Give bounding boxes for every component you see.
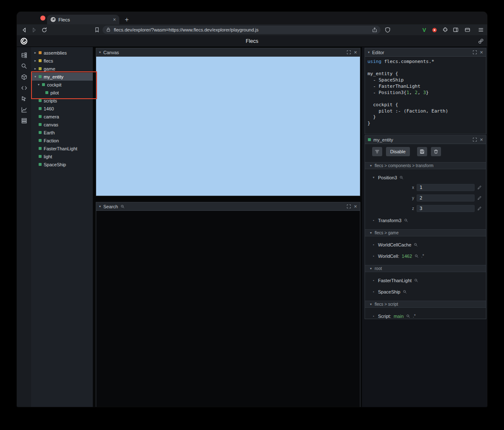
- inspector-sections: ▾flecs > components > transform▾Position…: [365, 162, 486, 319]
- code-editor[interactable]: using flecs.components.* my_entity { - S…: [365, 57, 486, 129]
- tree-item-1460[interactable]: 1460: [31, 105, 93, 113]
- pencil-icon[interactable]: [477, 185, 482, 190]
- component-row-worldcell[interactable]: •WorldCell: 1462.*: [365, 253, 486, 259]
- chevron-right-icon[interactable]: ▸: [34, 67, 39, 71]
- tree-item-light[interactable]: light: [31, 152, 93, 160]
- chevron-down-icon[interactable]: ▾: [368, 50, 370, 54]
- fullscreen-icon[interactable]: [472, 137, 477, 142]
- close-icon[interactable]: ×: [354, 204, 357, 209]
- component-row-transform3[interactable]: •Transform3: [365, 217, 486, 223]
- url-text[interactable]: flecs.dev/explorer/?wasm=https://www.fle…: [114, 27, 369, 32]
- extension-v-icon[interactable]: V: [421, 26, 428, 33]
- delete-button[interactable]: [431, 147, 441, 156]
- inspector-panel: my_entity × Disable ▾flecs > components …: [365, 135, 486, 319]
- bookmark-icon[interactable]: [94, 27, 100, 33]
- query-icon[interactable]: [404, 218, 408, 223]
- tree-item-cockpit[interactable]: ▾cockpit: [31, 81, 93, 89]
- tree-item-scripts[interactable]: scripts: [31, 97, 93, 105]
- bullet-icon: •: [372, 254, 375, 258]
- chevron-down-icon[interactable]: ▾: [34, 75, 39, 79]
- position3-z-input[interactable]: [417, 205, 475, 212]
- tree-item-flecs[interactable]: ▸flecs: [31, 57, 93, 65]
- query-icon[interactable]: [415, 254, 419, 258]
- fullscreen-icon[interactable]: [472, 50, 477, 55]
- extensions-puzzle-icon[interactable]: [442, 27, 448, 33]
- link-icon[interactable]: [478, 38, 484, 44]
- share-icon[interactable]: [372, 27, 377, 32]
- query-icon[interactable]: [403, 290, 407, 294]
- chevron-down-icon[interactable]: ▾: [38, 83, 42, 87]
- fullscreen-icon[interactable]: [346, 50, 351, 55]
- tree-item-label: canvas: [44, 122, 58, 127]
- query-icon[interactable]: [414, 278, 418, 283]
- section-header[interactable]: ▾root: [365, 265, 486, 272]
- component-value: 1462: [402, 254, 412, 259]
- inspector-panel-header: my_entity ×: [365, 136, 486, 144]
- record-extension-icon[interactable]: [432, 27, 437, 33]
- position3-y-input[interactable]: [417, 194, 475, 202]
- browser-tab[interactable]: Flecs ×: [47, 15, 119, 24]
- sidebar-toggle-icon[interactable]: [453, 27, 459, 33]
- component-row-position3[interactable]: ▾Position3: [365, 174, 486, 181]
- tree-item-FasterThanLight[interactable]: FasterThanLight: [31, 144, 93, 152]
- fullscreen-icon[interactable]: [346, 204, 351, 209]
- tree-item-camera[interactable]: camera: [31, 113, 93, 121]
- tab-close-icon[interactable]: ×: [113, 17, 116, 23]
- bullet-icon: •: [372, 218, 375, 222]
- chevron-down-icon[interactable]: ▾: [99, 205, 101, 208]
- position3-x-input[interactable]: [417, 184, 475, 191]
- browser-window: Flecs × + flecs.dev/explorer/?wasm=https…: [17, 12, 487, 407]
- tree-item-assemblies[interactable]: ▸assemblies: [31, 49, 93, 57]
- close-window-button[interactable]: [40, 16, 45, 21]
- filter-button[interactable]: [372, 147, 382, 156]
- new-tab-button[interactable]: +: [122, 15, 132, 24]
- component-name: WorldCell:: [378, 254, 399, 259]
- section-header[interactable]: ▾flecs > script: [365, 301, 486, 308]
- rail-stats-button[interactable]: [17, 104, 31, 115]
- tree-item-game[interactable]: ▸game: [31, 65, 93, 73]
- back-icon[interactable]: [21, 27, 27, 33]
- rail-memory-button[interactable]: [17, 115, 31, 126]
- forward-icon[interactable]: [31, 27, 37, 33]
- tree-item-my_entity[interactable]: ▾my_entity: [31, 73, 93, 81]
- chevron-right-icon[interactable]: ▸: [34, 51, 39, 55]
- tree-item-canvas[interactable]: canvas: [31, 121, 93, 128]
- tree-item-Earth[interactable]: Earth: [31, 128, 93, 136]
- chevron-down-icon[interactable]: ▾: [99, 50, 101, 54]
- wallet-icon[interactable]: [465, 27, 470, 33]
- save-button[interactable]: [417, 147, 427, 156]
- pencil-icon[interactable]: [477, 196, 482, 200]
- component-row-script[interactable]: •Script: main.*: [365, 313, 486, 319]
- component-row-worldcellcache[interactable]: •WorldCellCache: [365, 241, 486, 248]
- section-header[interactable]: ▾flecs > game: [365, 229, 486, 236]
- disable-button[interactable]: Disable: [386, 147, 410, 156]
- query-icon[interactable]: [399, 176, 404, 180]
- section-header[interactable]: ▾flecs > components > transform: [365, 162, 486, 169]
- code-line: cockpit {: [368, 102, 483, 108]
- close-icon[interactable]: ×: [480, 50, 483, 55]
- close-icon[interactable]: ×: [354, 50, 357, 55]
- tree-item-SpaceShip[interactable]: SpaceShip: [31, 160, 93, 168]
- rail-search-button[interactable]: [17, 60, 31, 71]
- tab-title: Flecs: [58, 17, 110, 22]
- query-icon[interactable]: [406, 314, 410, 318]
- close-icon[interactable]: ×: [480, 137, 483, 142]
- chevron-right-icon[interactable]: ▸: [34, 59, 39, 63]
- field-row-y: y: [365, 194, 486, 202]
- component-row-spaceship[interactable]: •SpaceShip: [365, 288, 486, 295]
- address-bar[interactable]: flecs.dev/explorer/?wasm=https://www.fle…: [102, 26, 381, 34]
- query-icon[interactable]: [414, 243, 418, 247]
- rail-entities-button[interactable]: [17, 71, 31, 82]
- flecs-logo-icon[interactable]: [20, 37, 28, 45]
- tree-item-Faction[interactable]: Faction: [31, 136, 93, 144]
- pencil-icon[interactable]: [477, 206, 482, 211]
- rail-code-button[interactable]: [17, 82, 31, 93]
- shield-icon[interactable]: [385, 27, 391, 33]
- render-canvas[interactable]: [96, 57, 360, 196]
- component-row-fasterthanlight[interactable]: •FasterThanLight: [365, 277, 486, 283]
- menu-icon[interactable]: [478, 27, 484, 33]
- rail-tree-button[interactable]: [17, 50, 31, 60]
- rail-inspect-button[interactable]: [17, 93, 31, 104]
- tree-item-pilot[interactable]: pilot: [31, 89, 93, 97]
- reload-icon[interactable]: [41, 27, 47, 33]
